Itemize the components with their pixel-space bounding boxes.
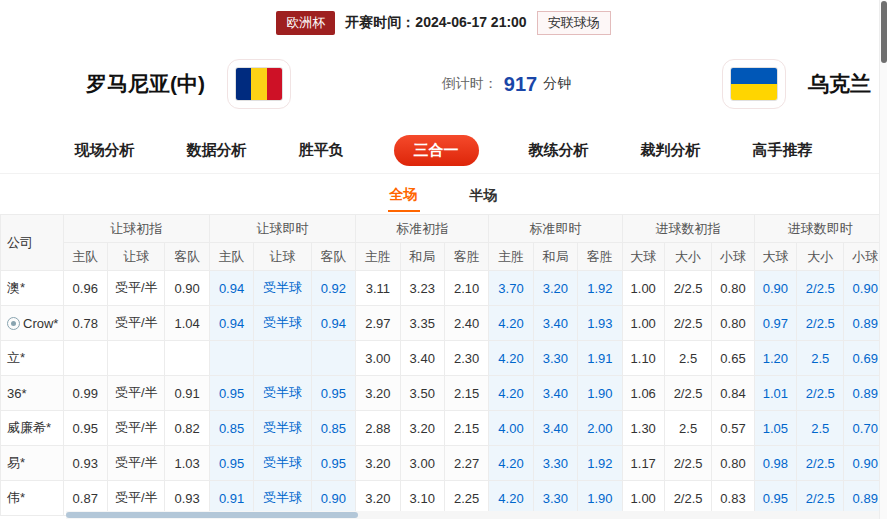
nav-tab-referee-analysis[interactable]: 裁判分析: [639, 135, 703, 166]
odds-cell-handicap-live-1[interactable]: 受半球: [254, 411, 312, 446]
odds-cell-handicap-live-0[interactable]: 0.95: [209, 446, 253, 481]
odds-cell-goals-initial-1: 2/2.5: [664, 376, 711, 411]
nav-tab-three-in-one[interactable]: 三合一: [394, 135, 479, 166]
odds-cell-handicap-live-0[interactable]: 0.94: [209, 306, 253, 341]
odds-cell-handicap-live-1[interactable]: 受半球: [254, 306, 312, 341]
odds-cell-handicap-live-2[interactable]: 0.85: [311, 411, 355, 446]
odds-cell-standard-initial-1: 3.00: [400, 446, 444, 481]
odds-cell-standard-initial-0: 3.20: [356, 446, 400, 481]
odds-cell-standard-live-0[interactable]: 4.20: [489, 446, 533, 481]
odds-table: 公司让球初指让球即时标准初指标准即时进球数初指进球数即时主队让球客队主队让球客队…: [0, 214, 887, 516]
odds-cell-goals-live-0[interactable]: 1.01: [754, 376, 796, 411]
nav-tab-expert-picks[interactable]: 高手推荐: [751, 135, 815, 166]
odds-cell-standard-live-2[interactable]: 1.93: [578, 306, 622, 341]
odds-cell-handicap-initial-1: [107, 341, 165, 376]
company-column-header: 公司: [1, 215, 64, 271]
subnav-tab-full-match[interactable]: 全场: [388, 176, 420, 212]
odds-cell-handicap-live-2[interactable]: 0.95: [311, 446, 355, 481]
odds-cell-standard-initial-1: 3.20: [400, 411, 444, 446]
odds-cell-goals-live-1[interactable]: 2.5: [797, 411, 844, 446]
odds-cell-standard-live-1[interactable]: 3.20: [533, 271, 577, 306]
odds-cell-standard-live-0[interactable]: 4.20: [489, 341, 533, 376]
odds-cell-handicap-live-2[interactable]: 0.92: [311, 271, 355, 306]
odds-cell-handicap-live-1[interactable]: [254, 341, 312, 376]
odds-cell-goals-live-0[interactable]: 1.20: [754, 341, 796, 376]
company-cell: 威廉希*: [1, 411, 64, 446]
away-team: 乌克兰: [722, 59, 871, 109]
sub-header-handicap-live-0: 主队: [209, 243, 253, 271]
odds-cell-goals-initial-1: 2/2.5: [664, 271, 711, 306]
odds-cell-standard-initial-1: 3.35: [400, 306, 444, 341]
odds-cell-goals-live-0[interactable]: 0.97: [754, 306, 796, 341]
odds-cell-standard-live-2[interactable]: 1.90: [578, 376, 622, 411]
odds-cell-handicap-live-0[interactable]: [209, 341, 253, 376]
odds-cell-goals-initial-2: 0.80: [712, 306, 754, 341]
odds-cell-handicap-initial-0: 0.99: [63, 376, 107, 411]
odds-cell-handicap-live-2[interactable]: 0.94: [311, 306, 355, 341]
odds-cell-goals-live-1[interactable]: 2.5: [797, 341, 844, 376]
sub-header-goals-live-0: 大球: [754, 243, 796, 271]
sub-header-standard-live-1: 和局: [533, 243, 577, 271]
odds-cell-standard-live-1[interactable]: 3.40: [533, 411, 577, 446]
ukraine-flag-badge: [722, 59, 786, 109]
home-team-name: 罗马尼亚(中): [86, 70, 205, 98]
odds-cell-handicap-initial-2: 0.82: [165, 411, 209, 446]
odds-cell-goals-live-1[interactable]: 2/2.5: [797, 271, 844, 306]
odds-cell-handicap-live-1[interactable]: 受半球: [254, 271, 312, 306]
vertical-scrollbar[interactable]: [879, 0, 887, 519]
odds-cell-standard-live-1[interactable]: 3.40: [533, 306, 577, 341]
odds-cell-standard-live-0[interactable]: 3.70: [489, 271, 533, 306]
sub-header-handicap-initial-1: 让球: [107, 243, 165, 271]
odds-row-2: 立*3.003.402.304.203.301.911.102.50.651.2…: [1, 341, 887, 376]
odds-cell-goals-initial-2: 0.65: [712, 341, 754, 376]
company-name: 易*: [7, 455, 25, 470]
odds-cell-goals-live-0[interactable]: 1.05: [754, 411, 796, 446]
ukraine-flag-icon: [730, 67, 778, 101]
sub-header-standard-live-2: 客胜: [578, 243, 622, 271]
odds-row-3: 36*0.99受平/半0.910.95受半球0.953.203.502.154.…: [1, 376, 887, 411]
odds-cell-standard-live-2[interactable]: 1.91: [578, 341, 622, 376]
odds-cell-handicap-live-1[interactable]: 受半球: [254, 446, 312, 481]
odds-cell-standard-live-0[interactable]: 4.00: [489, 411, 533, 446]
odds-cell-goals-live-1[interactable]: 2/2.5: [797, 306, 844, 341]
nav-tab-win-draw-lose[interactable]: 胜平负: [297, 135, 346, 166]
odds-cell-handicap-live-0[interactable]: 0.85: [209, 411, 253, 446]
horizontal-scrollbar-thumb[interactable]: [66, 512, 358, 518]
sub-header-handicap-initial-0: 主队: [63, 243, 107, 271]
vertical-scrollbar-thumb[interactable]: [881, 1, 887, 63]
company-cell: 36*: [1, 376, 64, 411]
sub-header-standard-live-0: 主胜: [489, 243, 533, 271]
odds-cell-standard-initial-0: 3.11: [356, 271, 400, 306]
odds-cell-standard-live-1[interactable]: 3.30: [533, 341, 577, 376]
odds-cell-handicap-live-2[interactable]: [311, 341, 355, 376]
sub-header-standard-initial-2: 客胜: [444, 243, 488, 271]
nav-tab-data-analysis[interactable]: 数据分析: [185, 135, 249, 166]
odds-cell-goals-live-1[interactable]: 2/2.5: [797, 446, 844, 481]
odds-cell-standard-live-1[interactable]: 3.30: [533, 446, 577, 481]
odds-cell-goals-live-1[interactable]: 2/2.5: [797, 376, 844, 411]
odds-cell-goals-initial-0: 1.30: [622, 411, 664, 446]
odds-cell-standard-live-1[interactable]: 3.40: [533, 376, 577, 411]
odds-cell-handicap-live-0[interactable]: 0.94: [209, 271, 253, 306]
company-cell: 伟*: [1, 481, 64, 516]
odds-cell-handicap-live-0[interactable]: 0.95: [209, 376, 253, 411]
odds-cell-goals-initial-2: 0.80: [712, 271, 754, 306]
odds-cell-goals-live-0[interactable]: 0.90: [754, 271, 796, 306]
odds-cell-standard-live-2[interactable]: 1.92: [578, 446, 622, 481]
subnav-tab-half-match[interactable]: 半场: [468, 177, 500, 211]
nav-tab-coach-analysis[interactable]: 教练分析: [527, 135, 591, 166]
horizontal-scrollbar[interactable]: [66, 511, 879, 519]
odds-cell-standard-live-2[interactable]: 1.92: [578, 271, 622, 306]
odds-cell-standard-live-2[interactable]: 2.00: [578, 411, 622, 446]
sub-header-goals-initial-2: 小球: [712, 243, 754, 271]
nav-tab-live-analysis[interactable]: 现场分析: [73, 135, 137, 166]
home-team: 罗马尼亚(中): [86, 59, 291, 109]
odds-cell-goals-live-0[interactable]: 0.98: [754, 446, 796, 481]
odds-cell-standard-live-0[interactable]: 4.20: [489, 376, 533, 411]
odds-cell-standard-live-0[interactable]: 4.20: [489, 306, 533, 341]
countdown-unit: 分钟: [543, 75, 571, 93]
odds-cell-handicap-live-1[interactable]: 受半球: [254, 376, 312, 411]
odds-cell-standard-initial-1: 3.40: [400, 341, 444, 376]
bookmaker-logo-icon: [7, 317, 20, 330]
odds-cell-handicap-live-2[interactable]: 0.95: [311, 376, 355, 411]
